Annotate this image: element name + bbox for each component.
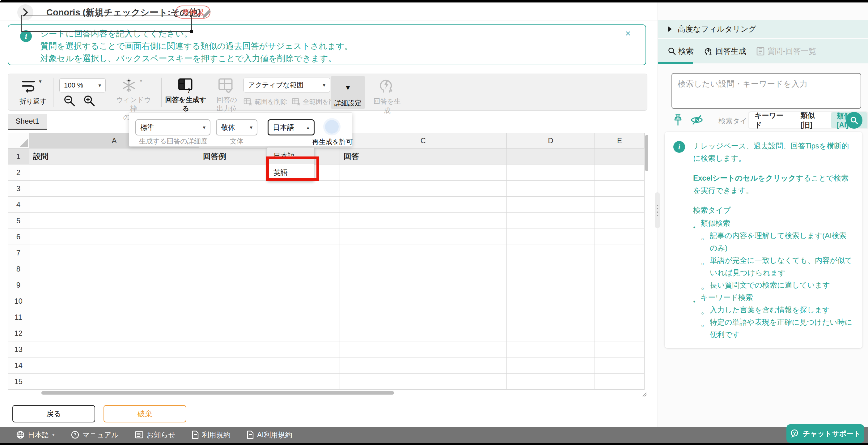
search-submit-button[interactable]: [846, 112, 862, 129]
discard-button[interactable]: 破棄: [103, 405, 186, 422]
cell-E10[interactable]: [595, 293, 645, 309]
wrap-text-button[interactable]: ▾: [21, 78, 42, 93]
cell-C12[interactable]: [340, 325, 507, 342]
cell-C10[interactable]: [340, 293, 507, 309]
back-button[interactable]: 戻る: [12, 405, 95, 422]
tab-answer-generation[interactable]: 回答生成: [704, 46, 746, 56]
cell-C8[interactable]: [340, 261, 507, 277]
cell-D12[interactable]: [507, 325, 595, 342]
cell-D13[interactable]: [507, 342, 595, 357]
cell-C15[interactable]: [340, 374, 507, 390]
tab-search[interactable]: 検索: [668, 46, 694, 56]
zoom-out-icon[interactable]: [63, 94, 76, 107]
cell-C14[interactable]: [340, 357, 507, 374]
edit-pencil-icon[interactable]: [201, 7, 212, 18]
cell-E9[interactable]: [595, 277, 645, 293]
cell-A1[interactable]: 設問: [29, 148, 199, 165]
row-header-10[interactable]: 10: [8, 293, 29, 309]
row-header-14[interactable]: 14: [8, 357, 29, 374]
cell-C6[interactable]: [340, 229, 507, 245]
cell-E11[interactable]: [595, 309, 645, 325]
cell-D5[interactable]: [507, 213, 595, 229]
cell-D6[interactable]: [507, 229, 595, 245]
row-header-15[interactable]: 15: [8, 374, 29, 390]
cell-A14[interactable]: [29, 357, 199, 374]
regenerate-toggle[interactable]: [325, 120, 339, 134]
horizontal-scrollbar-thumb[interactable]: [41, 391, 394, 394]
cell-A9[interactable]: [29, 277, 199, 293]
cell-D11[interactable]: [507, 309, 595, 325]
terms-link[interactable]: 利用規約: [192, 430, 230, 440]
cell-C1[interactable]: 回答: [340, 148, 507, 165]
cell-A12[interactable]: [29, 325, 199, 342]
cell-A15[interactable]: [29, 374, 199, 390]
close-icon[interactable]: ×: [625, 29, 631, 38]
cell-A11[interactable]: [29, 309, 199, 325]
row-header-4[interactable]: 4: [8, 197, 29, 213]
cell-E4[interactable]: [595, 197, 645, 213]
cell-D3[interactable]: [507, 181, 595, 197]
cell-B15[interactable]: [199, 374, 340, 390]
row-header-2[interactable]: 2: [8, 165, 29, 181]
row-header-7[interactable]: 7: [8, 245, 29, 261]
generate-question-range-button[interactable]: ?: [177, 77, 194, 93]
cell-A7[interactable]: [29, 245, 199, 261]
row-header-13[interactable]: 13: [8, 342, 29, 357]
cell-D8[interactable]: [507, 261, 595, 277]
cell-D2[interactable]: [507, 165, 595, 181]
language-option-english[interactable]: 英語: [267, 164, 314, 181]
zoom-in-icon[interactable]: [83, 94, 96, 107]
cell-B4[interactable]: [199, 197, 340, 213]
cell-E14[interactable]: [595, 357, 645, 374]
answer-detail-select[interactable]: 標準 ▾: [135, 119, 211, 136]
cell-E15[interactable]: [595, 374, 645, 390]
search-input[interactable]: [672, 73, 861, 109]
cell-D10[interactable]: [507, 293, 595, 309]
cell-B8[interactable]: [199, 261, 340, 277]
cell-E1[interactable]: [595, 148, 645, 165]
column-header-E[interactable]: E: [595, 133, 645, 148]
cell-A3[interactable]: [29, 181, 199, 197]
cell-D7[interactable]: [507, 245, 595, 261]
cell-A4[interactable]: [29, 197, 199, 213]
cell-A8[interactable]: [29, 261, 199, 277]
cell-A5[interactable]: [29, 213, 199, 229]
cell-E6[interactable]: [595, 229, 645, 245]
column-header-C[interactable]: C: [340, 133, 507, 148]
resize-handle-icon[interactable]: [642, 392, 647, 397]
eye-off-icon[interactable]: [690, 114, 704, 126]
vertical-scrollbar-thumb[interactable]: [645, 135, 648, 171]
row-header-5[interactable]: 5: [8, 213, 29, 229]
news-link[interactable]: お知らせ: [135, 430, 176, 440]
cell-B13[interactable]: [199, 342, 340, 357]
zoom-level-select[interactable]: 100 % ▾: [59, 78, 106, 92]
cell-D1[interactable]: [507, 148, 595, 165]
cell-D4[interactable]: [507, 197, 595, 213]
cell-C9[interactable]: [340, 277, 507, 293]
search-type-keyword[interactable]: キーワード: [749, 112, 795, 128]
sidebar-drag-handle[interactable]: [655, 192, 660, 228]
row-header-1[interactable]: 1: [8, 148, 29, 165]
advanced-settings-button[interactable]: ▼ 詳細設定: [331, 76, 365, 109]
cell-B6[interactable]: [199, 229, 340, 245]
chat-support-button[interactable]: ? チャットサポート: [786, 424, 864, 443]
writing-style-select[interactable]: 敬体 ▾: [216, 119, 257, 136]
cell-E12[interactable]: [595, 325, 645, 342]
cell-C11[interactable]: [340, 309, 507, 325]
row-header-3[interactable]: 3: [8, 181, 29, 197]
cell-B10[interactable]: [199, 293, 340, 309]
row-header-6[interactable]: 6: [8, 229, 29, 245]
cell-C13[interactable]: [340, 342, 507, 357]
language-select[interactable]: 日本語 ▴: [268, 119, 315, 136]
column-header-D[interactable]: D: [507, 133, 595, 148]
cell-C3[interactable]: [340, 181, 507, 197]
row-header-12[interactable]: 12: [8, 325, 29, 342]
cell-B7[interactable]: [199, 245, 340, 261]
cell-B14[interactable]: [199, 357, 340, 374]
language-menu[interactable]: 日本語 ▾: [16, 430, 55, 440]
vertical-scrollbar[interactable]: [645, 134, 649, 390]
cell-B5[interactable]: [199, 213, 340, 229]
cell-C5[interactable]: [340, 213, 507, 229]
cell-E2[interactable]: [595, 165, 645, 181]
cell-D9[interactable]: [507, 277, 595, 293]
